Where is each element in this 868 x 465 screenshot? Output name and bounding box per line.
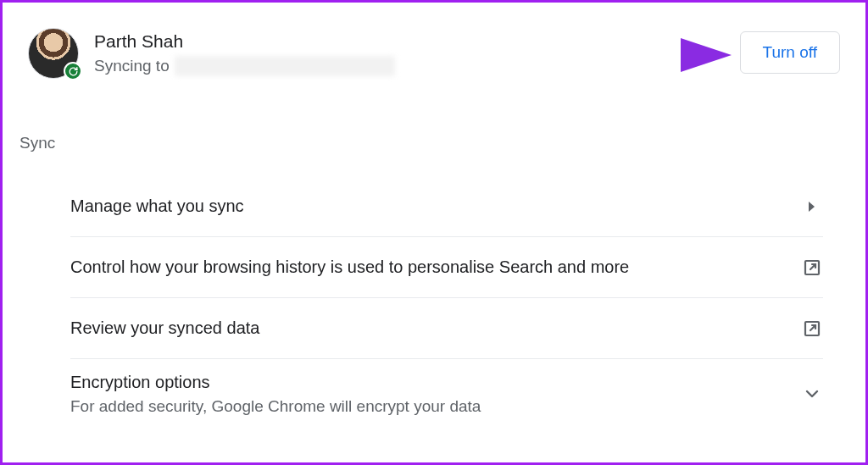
- settings-panel: Parth Shah Syncing to Turn off Sync Mana…: [0, 0, 868, 465]
- chevron-down-icon: [801, 384, 823, 404]
- account-info: Parth Shah Syncing to: [94, 28, 725, 76]
- sync-options-list: Manage what you sync Control how your br…: [19, 176, 840, 428]
- sync-destination: Syncing to: [94, 56, 725, 76]
- avatar: [28, 28, 79, 79]
- manage-what-you-sync-row[interactable]: Manage what you sync: [70, 176, 823, 237]
- row-title: Review your synced data: [70, 317, 787, 340]
- personalise-search-row[interactable]: Control how your browsing history is use…: [70, 237, 823, 298]
- sync-section-heading: Sync: [19, 134, 840, 152]
- row-title: Manage what you sync: [70, 195, 787, 218]
- review-synced-data-row[interactable]: Review your synced data: [70, 298, 823, 359]
- encryption-options-row[interactable]: Encryption options For added security, G…: [70, 359, 823, 428]
- external-link-icon: [801, 318, 823, 339]
- turn-off-button[interactable]: Turn off: [740, 31, 840, 74]
- row-title: Control how your browsing history is use…: [70, 256, 787, 279]
- account-header: Parth Shah Syncing to Turn off: [19, 28, 840, 79]
- sync-status-icon: [64, 62, 82, 80]
- row-title: Encryption options: [70, 371, 787, 394]
- external-link-icon: [801, 257, 823, 278]
- row-subtitle: For added security, Google Chrome will e…: [70, 397, 787, 416]
- user-name: Parth Shah: [94, 31, 725, 52]
- syncing-label: Syncing to: [94, 57, 170, 75]
- caret-right-icon: [801, 201, 823, 213]
- synced-email-redacted: [175, 56, 395, 76]
